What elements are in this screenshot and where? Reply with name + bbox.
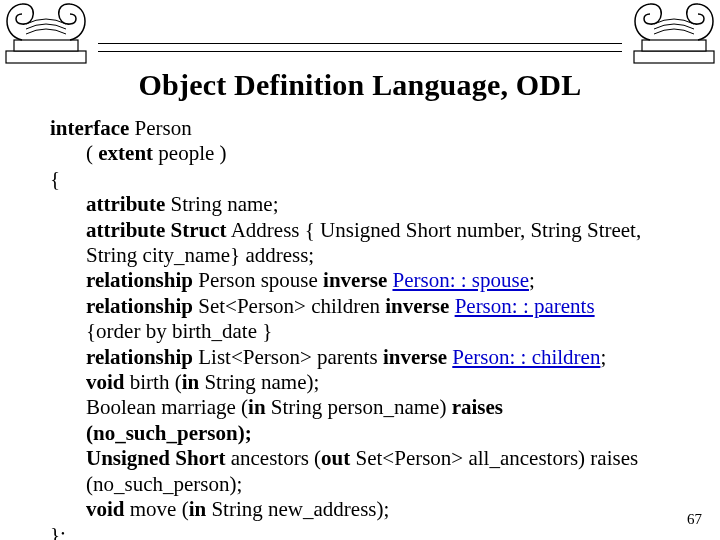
text: move ( [125, 497, 189, 521]
code-line: attribute Struct Address { Unsigned Shor… [50, 218, 690, 269]
keyword: void [86, 370, 125, 394]
code-line: void move (in String new_address); [50, 497, 690, 522]
text: people ) [153, 141, 226, 165]
reference-link[interactable]: Person: : children [452, 345, 600, 369]
page-number: 67 [687, 511, 702, 528]
slide-title: Object Definition Language, ODL [0, 68, 720, 102]
code-line: ( extent people ) [50, 141, 690, 166]
keyword: Unsigned Short [86, 446, 225, 470]
reference-link[interactable]: Person: : parents [455, 294, 595, 318]
keyword: in [182, 370, 200, 394]
keyword: in [248, 395, 266, 419]
code-line: relationship Set<Person> children invers… [50, 294, 690, 319]
code-line: Unsigned Short ancestors (out Set<Person… [50, 446, 690, 497]
keyword: relationship [86, 268, 193, 292]
keyword: void [86, 497, 125, 521]
text: Boolean marriage ( [86, 395, 248, 419]
keyword: attribute [86, 192, 165, 216]
slide: Object Definition Language, ODL interfac… [0, 0, 720, 540]
text: String name; [165, 192, 278, 216]
code-line: { [50, 167, 690, 192]
svg-rect-2 [634, 51, 714, 63]
reference-link[interactable]: Person: : spouse [392, 268, 529, 292]
text: String name); [199, 370, 319, 394]
text: ; [600, 345, 606, 369]
horizontal-rule [98, 51, 622, 52]
code-line: interface Person [50, 116, 690, 141]
keyword: relationship [86, 345, 193, 369]
text: ancestors ( [225, 446, 321, 470]
keyword: inverse [385, 294, 449, 318]
keyword: relationship [86, 294, 193, 318]
text: String person_name) [266, 395, 452, 419]
code-line: Boolean marriage (in String person_name)… [50, 395, 690, 420]
svg-rect-1 [14, 40, 78, 51]
text: Set<Person> children [193, 294, 385, 318]
code-line: (no_such_person); [50, 421, 690, 446]
text: List<Person> parents [193, 345, 383, 369]
keyword: inverse [383, 345, 447, 369]
keyword: interface [50, 116, 129, 140]
keyword: attribute [86, 218, 171, 242]
keyword: extent [98, 141, 153, 165]
text: ( [86, 141, 98, 165]
code-line: }; [50, 523, 690, 541]
code-line: relationship Person spouse inverse Perso… [50, 268, 690, 293]
keyword: Struct [171, 218, 227, 242]
text: String new_address); [206, 497, 389, 521]
svg-rect-3 [642, 40, 706, 51]
text: Person spouse [193, 268, 323, 292]
column-capital-right-icon [624, 0, 720, 68]
code-line: relationship List<Person> parents invers… [50, 345, 690, 370]
keyword: inverse [323, 268, 387, 292]
text: birth ( [125, 370, 182, 394]
column-capital-left-icon [0, 0, 96, 68]
code-line: {order by birth_date } [50, 319, 690, 344]
horizontal-rule [98, 43, 622, 44]
svg-rect-0 [6, 51, 86, 63]
keyword: out [321, 446, 350, 470]
text: ; [529, 268, 535, 292]
keyword: in [189, 497, 207, 521]
text: Person [129, 116, 191, 140]
code-line: void birth (in String name); [50, 370, 690, 395]
code-block: interface Person ( extent people ) { att… [50, 116, 690, 540]
keyword: raises [452, 395, 503, 419]
code-line: attribute String name; [50, 192, 690, 217]
